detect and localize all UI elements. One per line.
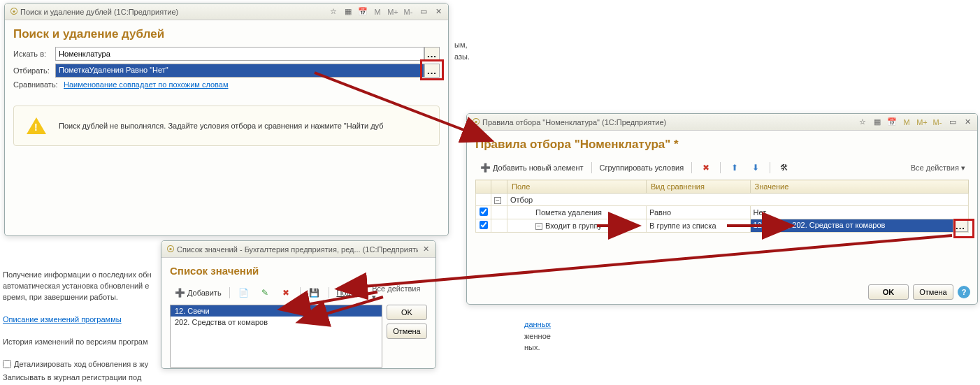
filter-input[interactable]: ПометкаУдаления Равно "Нет" — [55, 64, 424, 78]
search-in-picker[interactable]: ... — [424, 47, 440, 61]
m-minus-icon[interactable]: M- — [401, 6, 416, 18]
delete-button[interactable]: ✖ — [696, 160, 716, 175]
delete-icon: ✖ — [280, 286, 292, 299]
pick-button[interactable]: Подбор — [333, 285, 367, 300]
close-icon[interactable]: ✕ — [431, 6, 445, 18]
group-conditions-label: Сгруппировать условия — [600, 164, 684, 172]
cell-value: Нет — [750, 206, 968, 219]
collapse-icon[interactable]: − — [535, 223, 542, 230]
add-element-button[interactable]: ➕ Добавить новый элемент — [475, 160, 587, 175]
detail-log-label: Детализировать ход обновления в жу — [14, 359, 148, 370]
titlebar: ⦿ Поиск и удаление дублей (1С:Предприяти… — [5, 3, 448, 20]
cell-value[interactable]: 12. Свечи; 202. Средства от комаров — [751, 219, 953, 232]
pencil-icon: ✎ — [259, 286, 271, 299]
search-in-input[interactable] — [55, 47, 424, 61]
move-up-button[interactable]: ⬆ — [725, 160, 744, 175]
cell-compare: Равно — [647, 206, 751, 219]
pick-label: Подбор — [336, 289, 363, 297]
titlebar: ⦿ Правила отбора "Номенклатура" (1С:Пред… — [467, 114, 977, 131]
plus-icon: ➕ — [173, 286, 186, 299]
window-title: Список значений - Бухгалтерия предприяти… — [177, 245, 418, 254]
gear-icon: 🛠 — [778, 161, 791, 174]
all-actions-label: Все действия ▾ — [911, 164, 965, 173]
row-checkbox[interactable] — [480, 221, 488, 229]
add-label: Добавить — [187, 289, 222, 297]
help-icon[interactable]: ? — [958, 286, 970, 298]
table-row-selected[interactable]: −Входит в группу В группе из списка 12. … — [476, 219, 969, 233]
m-minus-icon[interactable]: M- — [930, 116, 945, 129]
m-icon[interactable]: M — [370, 6, 385, 18]
add-element-label: Добавить новый элемент — [493, 164, 584, 172]
bg-fragment: женное — [524, 332, 551, 340]
add-button[interactable]: ➕ Добавить — [170, 285, 225, 300]
close-icon[interactable]: ✕ — [960, 116, 974, 129]
link-changes[interactable]: Описание изменений программы — [3, 315, 122, 324]
table-row[interactable]: Пометка удаления Равно Нет — [476, 206, 969, 219]
col-field[interactable]: Поле — [507, 180, 647, 194]
ok-button[interactable]: OK — [868, 284, 909, 300]
page-title: Поиск и удаление дублей — [13, 27, 440, 41]
cell-compare: В группе из списка — [647, 219, 751, 233]
window-value-list: ⦿ Список значений - Бухгалтерия предприя… — [161, 240, 436, 369]
col-compare[interactable]: Вид сравнения — [647, 180, 751, 194]
m-plus-icon[interactable]: M+ — [914, 116, 930, 129]
fav-icon[interactable]: ☆ — [326, 6, 340, 18]
restore-icon[interactable]: ▭ — [946, 116, 960, 129]
cancel-button[interactable]: Отмена — [913, 284, 953, 300]
cell-field: Пометка удаления — [507, 206, 647, 219]
page-title: Список значений — [170, 265, 427, 277]
row-checkbox[interactable] — [480, 208, 488, 216]
warning-icon — [25, 115, 48, 137]
save-icon: 💾 — [308, 286, 321, 299]
move-down-button[interactable]: ⬇ — [746, 160, 765, 175]
app-icon: ⦿ — [164, 243, 177, 256]
calc-icon[interactable]: ▦ — [870, 116, 884, 129]
window-find-duplicates: ⦿ Поиск и удаление дублей (1С:Предприяти… — [4, 3, 449, 236]
all-actions-label: Все действия ▾ — [372, 284, 424, 302]
all-actions-button[interactable]: Все действия ▾ — [368, 285, 427, 300]
cell-field: Входит в группу — [545, 221, 602, 230]
close-icon[interactable]: ✕ — [419, 243, 433, 256]
copy-icon: 📄 — [238, 286, 250, 299]
bg-info: автоматическая установка обновлений е — [3, 282, 149, 290]
app-icon: ⦿ — [8, 6, 20, 18]
edit-button[interactable]: ✎ — [255, 285, 275, 300]
bg-fragment: азы. — [454, 52, 470, 61]
bg-info: Получение информации о последних обн — [3, 270, 152, 279]
group-conditions-button[interactable]: Сгруппировать условия — [596, 160, 688, 175]
calendar-icon[interactable]: 📅 — [356, 6, 370, 18]
page-title: Правила отбора "Номенклатура" * — [475, 138, 969, 152]
copy-button[interactable]: 📄 — [234, 285, 254, 300]
collapse-icon[interactable]: − — [494, 197, 501, 204]
bg-link-data[interactable]: данных — [524, 320, 551, 328]
arrow-down-icon: ⬇ — [749, 161, 762, 174]
list-item[interactable]: 12. Свечи — [171, 305, 382, 317]
calendar-icon[interactable]: 📅 — [885, 116, 899, 129]
list-item[interactable]: 202. Средства от комаров — [171, 317, 382, 328]
search-in-label: Искать в: — [13, 50, 55, 58]
delete-button[interactable]: ✖ — [276, 285, 296, 300]
info-text: Поиск дублей не выполнялся. Задайте усло… — [59, 122, 384, 130]
window-filter-rules: ⦿ Правила отбора "Номенклатура" (1С:Пред… — [466, 113, 978, 305]
save-button[interactable]: 💾 — [305, 285, 324, 300]
table-row[interactable]: − Отбор — [476, 194, 969, 206]
filter-label: Отбирать: — [13, 66, 55, 75]
m-icon[interactable]: M — [899, 116, 914, 129]
col-value[interactable]: Значение — [750, 180, 968, 194]
window-title: Правила отбора "Номенклатура" (1С:Предпр… — [482, 118, 855, 126]
all-actions-button[interactable]: Все действия ▾ — [907, 160, 969, 175]
compare-link[interactable]: Наименование совпадает по похожим словам — [64, 80, 229, 89]
bg-fragment: ым, — [454, 41, 468, 49]
cancel-button[interactable]: Отмена — [387, 324, 427, 339]
calc-icon[interactable]: ▦ — [341, 6, 355, 18]
cell-field: Отбор — [507, 194, 969, 206]
m-plus-icon[interactable]: M+ — [385, 6, 401, 18]
bg-log: Записывать в журнал регистрации под — [3, 373, 141, 382]
more-button[interactable]: 🛠 — [774, 160, 794, 175]
detail-log-checkbox[interactable] — [3, 360, 11, 368]
compare-label: Сравнивать: — [13, 80, 64, 89]
ok-button[interactable]: OK — [387, 305, 427, 320]
fav-icon[interactable]: ☆ — [856, 116, 870, 129]
restore-icon[interactable]: ▭ — [417, 6, 431, 18]
info-box: Поиск дублей не выполнялся. Задайте усло… — [13, 106, 440, 146]
